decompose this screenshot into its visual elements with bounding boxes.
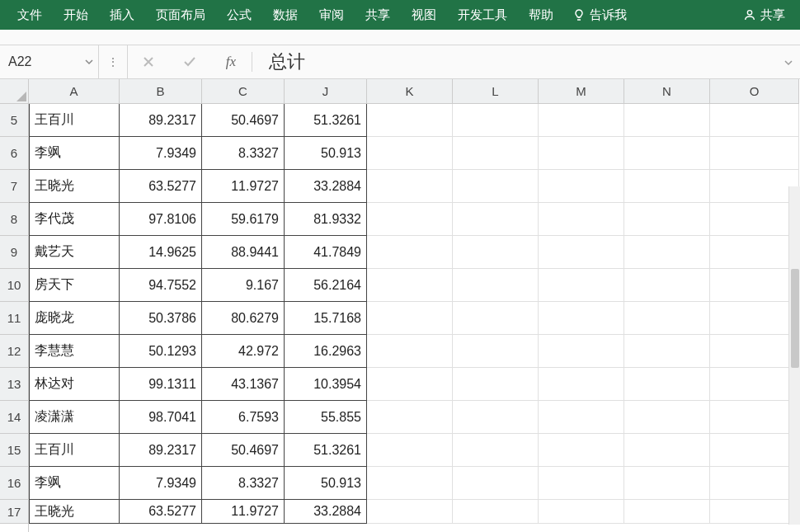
cell[interactable] [710,170,799,203]
cell[interactable] [367,467,453,500]
confirm-button[interactable] [169,45,210,78]
cell[interactable] [539,467,624,500]
cell[interactable] [539,170,624,203]
cell[interactable]: 89.2317 [120,434,202,467]
cell[interactable] [367,368,453,401]
cell[interactable] [367,500,453,524]
cell[interactable] [539,335,624,368]
cell[interactable] [367,170,453,203]
cell[interactable] [624,269,710,302]
cell[interactable] [453,335,539,368]
cell[interactable]: 43.1367 [202,368,285,401]
formula-input[interactable]: 总计 [252,45,800,78]
cell[interactable]: 41.7849 [285,236,367,269]
cell[interactable]: 59.6179 [202,203,285,236]
cell[interactable] [624,170,710,203]
row-header[interactable]: 17 [0,500,28,524]
cell[interactable] [367,104,453,137]
menu-data[interactable]: 数据 [262,0,308,30]
row-header[interactable]: 9 [0,236,28,269]
cell[interactable] [539,434,624,467]
menu-review[interactable]: 审阅 [308,0,355,30]
cell[interactable] [367,434,453,467]
cell[interactable]: 51.3261 [285,104,367,137]
cell[interactable]: 8.3327 [202,467,285,500]
col-header[interactable]: B [120,79,202,104]
cell[interactable] [539,137,624,170]
row-header[interactable]: 10 [0,269,28,302]
cell[interactable] [710,434,799,467]
cell[interactable]: 李代茂 [29,203,120,236]
row-header[interactable]: 12 [0,335,28,368]
cell[interactable] [624,104,710,137]
scrollbar-thumb[interactable] [791,269,799,368]
row-header[interactable]: 7 [0,170,28,203]
cell[interactable]: 42.972 [202,335,285,368]
cell[interactable] [453,434,539,467]
cell[interactable]: 王百川 [29,434,120,467]
cell[interactable] [367,236,453,269]
menu-start[interactable]: 开始 [53,0,99,30]
cell[interactable]: 凌潇潇 [29,401,120,434]
cell[interactable]: 63.5277 [120,170,202,203]
cell[interactable] [624,236,710,269]
col-header[interactable]: L [453,79,539,104]
cell[interactable]: 7.9349 [120,467,202,500]
formula-bar-handle[interactable]: ⋮ [99,45,128,78]
cell[interactable] [453,401,539,434]
cell[interactable]: 50.913 [285,467,367,500]
cell[interactable]: 6.7593 [202,401,285,434]
cell[interactable] [624,500,710,524]
cell[interactable] [624,401,710,434]
menu-share[interactable]: 共享 [355,0,401,30]
cell[interactable]: 16.2963 [285,335,367,368]
cell[interactable]: 81.9332 [285,203,367,236]
cell[interactable] [453,368,539,401]
cell[interactable]: 11.9727 [202,500,285,524]
col-header[interactable]: C [202,79,285,104]
cell[interactable] [710,137,799,170]
cell[interactable] [624,434,710,467]
menu-view[interactable]: 视图 [401,0,447,30]
cell[interactable] [453,302,539,335]
cell[interactable]: 50.4697 [202,434,285,467]
cell[interactable] [624,467,710,500]
cell[interactable] [539,236,624,269]
cell[interactable]: 51.3261 [285,434,367,467]
select-all-corner[interactable] [0,79,28,104]
menu-formula[interactable]: 公式 [216,0,262,30]
cell[interactable] [453,170,539,203]
cell[interactable] [624,203,710,236]
col-header[interactable]: J [285,79,367,104]
cell[interactable] [453,467,539,500]
col-header[interactable]: N [624,79,710,104]
cell[interactable]: 8.3327 [202,137,285,170]
cell[interactable]: 庞晓龙 [29,302,120,335]
cell[interactable] [710,368,799,401]
cell[interactable]: 89.2317 [120,104,202,137]
cell[interactable]: 王晓光 [29,170,120,203]
cell[interactable]: 33.2884 [285,500,367,524]
cell[interactable] [624,335,710,368]
cell[interactable] [710,401,799,434]
cell[interactable]: 王百川 [29,104,120,137]
cell[interactable] [539,500,624,524]
cell[interactable] [539,269,624,302]
cell[interactable] [367,203,453,236]
cell[interactable] [710,500,799,524]
cell[interactable]: 林达对 [29,368,120,401]
cell[interactable]: 李飒 [29,467,120,500]
cell[interactable] [710,302,799,335]
cell[interactable]: 56.2164 [285,269,367,302]
cell[interactable] [367,302,453,335]
cell[interactable] [367,137,453,170]
row-header[interactable]: 14 [0,401,28,434]
cell[interactable] [624,137,710,170]
cell[interactable]: 94.7552 [120,269,202,302]
cell[interactable] [453,104,539,137]
menu-dev[interactable]: 开发工具 [447,0,518,30]
cell[interactable]: 99.1311 [120,368,202,401]
cell[interactable]: 97.8106 [120,203,202,236]
cell[interactable] [539,104,624,137]
menu-insert[interactable]: 插入 [99,0,145,30]
